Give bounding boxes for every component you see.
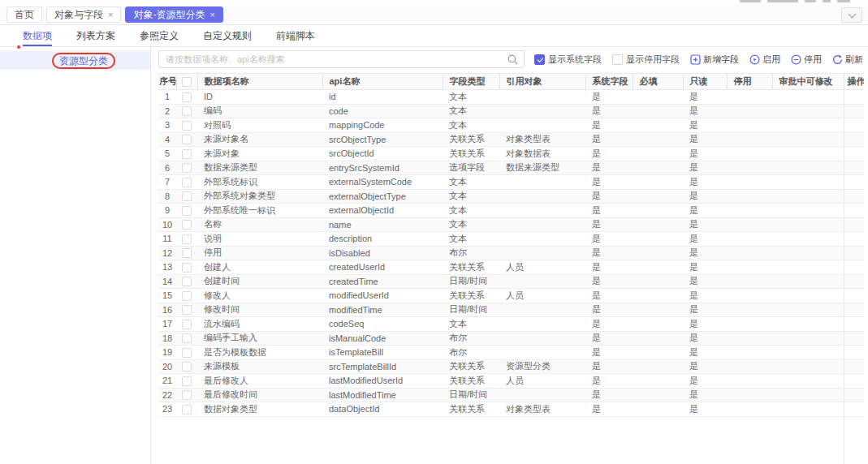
refresh-button[interactable]: 刷新	[832, 54, 863, 66]
table-row[interactable]: 14 创建时间 createdTime 日期/时间 是 是	[158, 274, 864, 289]
table-row[interactable]: 10 名称 name 文本 是 是	[158, 217, 864, 232]
cell-readonly: 是	[683, 346, 727, 360]
cell-field-name: 修改时间	[197, 303, 322, 317]
table-row[interactable]: 8 外部系统对象类型 externalObjectType 文本 是 是	[158, 189, 864, 204]
table-row[interactable]: 2 编码 code 文本 是 是	[158, 104, 864, 118]
table-row[interactable]: 12 停用 isDisabled 布尔 是 是	[158, 246, 864, 260]
table-row[interactable]: 6 数据来源类型 entrySrcSystemId 选项字段 数据来源类型 是 …	[158, 161, 864, 175]
row-checkbox[interactable]	[182, 206, 192, 216]
col-ref-object: 引用对象	[499, 74, 585, 90]
cell-approve-editable	[772, 274, 844, 289]
show-system-fields-checkbox[interactable]: 显示系统字段	[534, 54, 602, 66]
cell-disabled	[727, 260, 772, 275]
table-row[interactable]: 18 编码手工输入 isManualCode 布尔 是 是	[158, 331, 864, 346]
cell-readonly: 是	[683, 260, 727, 275]
table-row[interactable]: 5 来源对象 srcObjectId 关联关系 对象数据表 是 是	[158, 147, 864, 161]
table-row[interactable]: 3 对照码 mappingCode 文本 是 是	[158, 118, 864, 133]
window-tab[interactable]: 对象-资源型分类 ×	[125, 6, 222, 23]
cell-row-select	[176, 402, 197, 417]
enable-button[interactable]: 启用	[749, 54, 780, 66]
cell-row-select	[176, 374, 197, 389]
row-checkbox[interactable]	[182, 405, 192, 415]
table-row[interactable]: 21 最后修改人 lastModifiedUserId 关联关系 人员 是 是	[158, 374, 864, 389]
cell-ref-object: 对象类型表	[499, 402, 585, 417]
row-checkbox[interactable]	[182, 178, 192, 187]
table-row[interactable]: 23 数据对象类型 dataObjectId 关联关系 对象类型表 是 是	[158, 402, 864, 417]
select-all-checkbox[interactable]	[182, 77, 192, 87]
module-tab[interactable]: 列表方案	[76, 25, 115, 46]
cell-field-type: 布尔	[443, 331, 499, 346]
module-tab[interactable]: 自定义规则	[203, 25, 252, 46]
cell-field-name: 外部系统标识	[197, 175, 322, 190]
row-checkbox[interactable]	[182, 362, 192, 372]
window-tab[interactable]: 首页	[6, 6, 42, 23]
search-icon[interactable]	[507, 54, 518, 65]
tab-close-icon[interactable]: ×	[209, 11, 214, 19]
row-checkbox[interactable]	[182, 248, 192, 258]
cell-required	[633, 346, 683, 360]
module-tab[interactable]: 数据项	[23, 25, 52, 46]
show-disabled-fields-checkbox[interactable]: 显示停用字段	[612, 54, 680, 66]
table-row[interactable]: 1 ID id 文本 是 是	[158, 90, 864, 105]
cell-system-field: 是	[585, 388, 633, 402]
row-checkbox[interactable]	[182, 333, 192, 343]
row-checkbox[interactable]	[182, 390, 192, 400]
row-checkbox[interactable]	[182, 348, 192, 358]
cell-ref-object	[499, 331, 585, 346]
cell-field-name: 对照码	[197, 118, 322, 133]
sidebar-item[interactable]: 资源型分类	[0, 51, 150, 70]
add-field-button[interactable]: 新增字段	[690, 54, 739, 66]
row-checkbox[interactable]	[182, 220, 192, 230]
window-tab[interactable]: 对象与字段 ×	[46, 6, 121, 23]
row-checkbox[interactable]	[182, 376, 192, 386]
table-row[interactable]: 19 是否为模板数据 isTemplateBill 布尔 是 是	[158, 346, 864, 360]
row-checkbox[interactable]	[182, 135, 192, 144]
cell-actions	[844, 289, 864, 303]
table-row[interactable]: 9 外部系统唯一标识 externalObjectId 文本 是 是	[158, 204, 864, 218]
row-checkbox[interactable]	[182, 106, 192, 116]
table-row[interactable]: 11 说明 description 文本 是 是	[158, 232, 864, 247]
disable-button[interactable]: 停用	[791, 54, 822, 66]
module-tab[interactable]: 前端脚本	[276, 25, 315, 46]
cell-required	[633, 260, 683, 275]
table-row[interactable]: 15 修改人 modifiedUserId 关联关系 人员 是 是	[158, 289, 864, 303]
cell-ref-object	[499, 388, 585, 402]
tab-close-icon[interactable]: ×	[108, 11, 113, 19]
tab-list-dropdown-button[interactable]	[841, 7, 862, 23]
search-input[interactable]	[159, 51, 524, 67]
cell-actions	[844, 204, 864, 218]
cell-row-index: 23	[158, 402, 176, 417]
table-row[interactable]: 20 来源模板 srcTemplateBillId 关联关系 资源型分类 是 是	[158, 359, 864, 374]
table-row[interactable]: 13 创建人 createdUserId 关联关系 人员 是 是	[158, 260, 864, 275]
row-checkbox[interactable]	[182, 121, 192, 131]
row-checkbox[interactable]	[182, 191, 192, 201]
table-row[interactable]: 7 外部系统标识 externalSystemCode 文本 是 是	[158, 175, 864, 190]
row-checkbox[interactable]	[182, 263, 192, 273]
cell-system-field: 是	[585, 260, 633, 275]
row-checkbox[interactable]	[182, 92, 192, 102]
row-checkbox[interactable]	[182, 277, 192, 286]
row-checkbox[interactable]	[182, 149, 192, 159]
cell-readonly: 是	[683, 388, 727, 402]
cell-disabled	[727, 289, 772, 303]
cell-disabled	[727, 388, 772, 402]
row-checkbox[interactable]	[182, 305, 192, 315]
cell-row-select	[176, 175, 197, 190]
row-checkbox[interactable]	[182, 291, 192, 301]
cell-readonly: 是	[683, 232, 727, 247]
cell-disabled	[727, 189, 772, 204]
table-row[interactable]: 17 流水编码 codeSeq 文本 是 是	[158, 317, 864, 332]
module-tab[interactable]: 参照定义	[140, 25, 179, 46]
cell-required	[633, 374, 683, 389]
row-checkbox[interactable]	[182, 163, 192, 173]
cell-field-type: 文本	[443, 204, 499, 218]
enable-icon	[749, 54, 760, 65]
row-checkbox[interactable]	[182, 234, 192, 244]
cell-row-index: 7	[158, 175, 176, 190]
table-row[interactable]: 4 来源对象名 srcObjectType 关联关系 对象类型表 是 是	[158, 132, 864, 147]
table-row[interactable]: 22 最后修改时间 lastModifiedTime 日期/时间 是 是	[158, 388, 864, 402]
table-row[interactable]: 16 修改时间 modifiedTime 日期/时间 是 是	[158, 303, 864, 317]
cell-field-type: 日期/时间	[443, 388, 499, 402]
row-checkbox[interactable]	[182, 320, 192, 329]
col-field-type: 字段类型	[443, 74, 499, 90]
